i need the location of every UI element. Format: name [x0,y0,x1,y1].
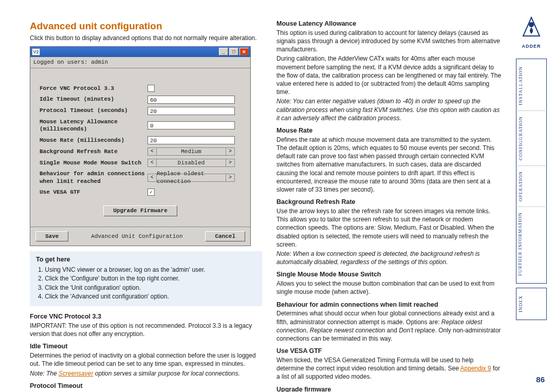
nav-index[interactable]: INDEX [517,290,524,318]
admin-behaviour-heading: Behaviour for admin connections when lim… [276,301,503,309]
appendix-link[interactable]: Appendix 9 [460,365,491,372]
bg-refresh-next-button[interactable]: > [226,147,235,156]
idle-timeout-input[interactable]: 60 [147,96,235,104]
brand-label: ADDER [516,43,547,49]
idle-timeout-note: Note: The Screensaver option serves a si… [30,369,262,378]
save-button[interactable]: Save [35,231,68,242]
step-4: Click the 'Advanced unit configuration' … [38,292,256,301]
upgrade-firmware-button[interactable]: Upgrade Firmware [103,206,177,216]
protocol-timeout-heading: Protocol Timeout [30,382,262,390]
right-sidebar: ADDER INSTALLATION CONFIGURATION OPERATI… [516,15,547,320]
cancel-button[interactable]: Cancel [205,231,245,242]
bg-refresh-value: Medium [157,147,226,156]
config-dialog: V2 _ □ ✕ Logged on users: admin Force VN… [30,46,251,247]
svg-point-0 [529,22,534,27]
idle-timeout-label: Idle Timeout (minutes) [40,96,147,103]
intro-text: Click this button to display advanced op… [30,34,262,42]
dialog-footer-title: Advanced Unit Configuration [91,233,182,240]
single-mouse-next-button[interactable]: > [226,159,235,167]
step-2: Click the 'Configure' button in the top … [38,274,256,283]
mouse-latency-p2: During calibration, the AdderView CATx w… [276,54,503,96]
vesa-pre: When ticked, the VESA Generalized Timing… [276,357,474,372]
bg-refresh-prev-button[interactable]: < [147,147,157,156]
mouse-rate-input[interactable]: 20 [147,136,235,144]
ab-sep1: , [306,327,310,334]
bg-refresh-note: Note: When a low connection speed is det… [276,250,503,266]
mouse-latency-note: Note: You can enter negative values (dow… [276,97,503,122]
force-vnc-checkbox[interactable] [147,85,155,92]
admin-behaviour-prev-button[interactable]: < [147,174,157,182]
force-vnc-label: Force VNC Protocol 3.3 [40,85,147,92]
ab-opt2: Replace newest connection [310,327,385,334]
bg-refresh-heading: Background Refresh Rate [276,198,503,207]
mouse-latency-p1: This option is used during calibration t… [276,29,503,54]
single-mouse-value: Disabled [157,159,226,167]
to-get-here-heading: To get here [36,255,256,264]
step-1: Using VNC viewer or a browser, log on as… [38,266,256,274]
nav-operation[interactable]: OPERATION [517,165,545,207]
admin-behaviour-next-button[interactable]: > [226,174,235,182]
protocol-timeout-input[interactable]: 20 [147,107,235,115]
adder-logo-icon [519,15,544,40]
page-number: 86 [536,375,545,385]
idle-timeout-text: Determines the period of inactivity on a… [30,351,262,368]
upgrade-heading: Upgrade firmware [276,385,503,392]
single-mouse-text: Allows you to select the mouse button co… [276,279,503,296]
admin-behaviour-label: Behaviour for admin connections when lim… [40,170,147,185]
idle-timeout-heading: Idle Timeout [30,342,262,351]
vesa-label: Use VESA GTF [40,189,147,196]
note-prefix: Note: The [30,370,59,377]
mouse-rate-label: Mouse Rate (milliseconds) [40,137,147,144]
protocol-timeout-label: Protocol Timeout (seconds) [40,107,147,115]
to-get-here-box: To get here Using VNC viewer or a browse… [30,251,262,306]
single-mouse-prev-button[interactable]: < [147,159,157,167]
mouse-rate-text: Defines the rate at which mouse movement… [276,136,503,194]
minimize-button[interactable]: _ [219,48,228,55]
note-suffix: option serves a similar purpose for loca… [93,370,239,377]
mouse-latency-label: Mouse Latency Allowance (milliseconds) [40,118,147,134]
nav-box-1: INSTALLATION CONFIGURATION OPERATION FUR… [516,59,547,284]
close-button[interactable]: ✕ [239,48,249,55]
vesa-checkbox[interactable]: ✓ [147,189,155,196]
nav-configuration[interactable]: CONFIGURATION [517,110,545,165]
ab-sep2: and [385,327,399,334]
screensaver-link[interactable]: Screensaver [59,370,93,377]
bg-refresh-label: Background Refresh Rate [40,148,147,156]
mouse-latency-heading: Mouse Latency Allowance [276,20,503,28]
step-3: Click the 'Unit configuration' option. [38,284,256,292]
vnc-icon: V2 [32,48,40,55]
maximize-button[interactable]: □ [229,48,238,55]
single-mouse-heading: Single Mouse Mode Mouse Switch [276,270,503,279]
single-mouse-label: Single Mouse Mode Mouse Switch [40,159,147,167]
vesa-heading: Use VESA GTF [276,347,503,356]
admin-behaviour-text: Determines what should occur when four g… [276,309,503,343]
status-bar: Logged on users: admin [30,57,250,68]
force-vnc-text: IMPORTANT: The use of this option is not… [30,322,262,338]
bg-refresh-text: Use the arrow keys to alter the refresh … [276,207,503,249]
mouse-rate-heading: Mouse Rate [276,126,503,135]
ab-opt3: Don't replace [399,327,435,334]
nav-box-2: INDEX [516,288,547,320]
dialog-titlebar: V2 _ □ ✕ [30,47,250,57]
page-title: Advanced unit configuration [30,20,262,33]
mouse-latency-input[interactable]: 0 [147,121,235,129]
force-vnc-heading: Force VNC Protocol 3.3 [30,312,262,321]
vesa-text: When ticked, the VESA Generalized Timing… [276,356,503,381]
admin-behaviour-value: Replace oldest connection [157,174,226,182]
nav-installation[interactable]: INSTALLATION [517,61,545,110]
nav-further-info[interactable]: FURTHER INFORMATION [517,207,545,281]
